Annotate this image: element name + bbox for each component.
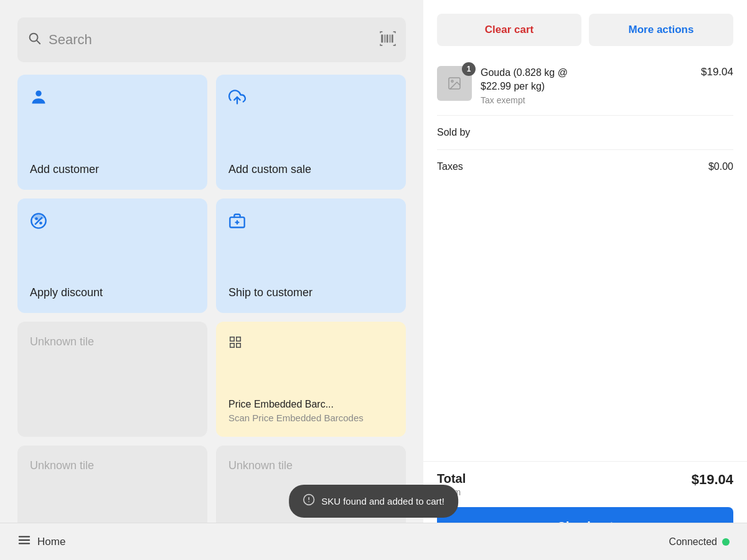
tile-unknown-3-label: Unknown tile <box>228 459 393 472</box>
bottom-bar: Home Connected <box>0 523 747 560</box>
search-icon <box>27 31 41 49</box>
svg-rect-18 <box>237 343 240 347</box>
svg-point-9 <box>35 217 38 220</box>
cart-header: Clear cart More actions <box>423 0 747 56</box>
grid-icon <box>228 335 393 352</box>
svg-rect-2 <box>381 34 383 42</box>
upload-icon <box>228 88 393 110</box>
hamburger-icon <box>17 533 31 550</box>
person-icon <box>30 88 195 110</box>
svg-rect-16 <box>237 337 240 341</box>
cart-item[interactable]: 1 Gouda (0.828 kg @ $22.99 per kg) Tax e… <box>437 56 733 116</box>
taxes-row: Taxes $0.00 <box>437 150 733 184</box>
tile-apply-discount-label: Apply discount <box>30 286 195 299</box>
item-meta: Tax exempt <box>481 95 693 105</box>
connection-status: Connected <box>669 536 730 548</box>
item-name: Gouda (0.828 kg @ $22.99 per kg) <box>481 66 693 94</box>
tile-unknown-1-label: Unknown tile <box>30 335 195 348</box>
more-actions-button[interactable]: More actions <box>589 14 733 46</box>
tile-price-embedded-title: Price Embedded Barc... <box>228 399 393 410</box>
svg-rect-5 <box>390 34 391 42</box>
toast-notification: SKU found and added to cart! <box>289 485 458 518</box>
connection-dot <box>722 538 730 546</box>
svg-rect-17 <box>230 343 234 347</box>
home-label: Home <box>37 536 65 548</box>
item-thumbnail-wrap: 1 <box>437 66 472 101</box>
ship-icon <box>228 212 393 233</box>
tile-unknown-2-label: Unknown tile <box>30 459 195 472</box>
barcode-scan-icon[interactable] <box>380 30 396 50</box>
total-label: Total <box>437 472 466 486</box>
item-info: Gouda (0.828 kg @ $22.99 per kg) Tax exe… <box>481 66 693 105</box>
tile-ship-to-customer[interactable]: Ship to customer <box>216 198 406 314</box>
svg-rect-6 <box>392 34 393 42</box>
tile-price-embedded-sublabel: Scan Price Embedded Barcodes <box>228 413 393 423</box>
item-price: $19.04 <box>701 66 733 78</box>
svg-point-10 <box>39 222 42 225</box>
total-row: Total 1 item $19.04 <box>437 472 733 497</box>
tile-add-custom-sale-label: Add custom sale <box>228 163 393 176</box>
total-value: $19.04 <box>692 472 733 488</box>
tile-price-embedded-barcode[interactable]: Price Embedded Barc... Scan Price Embedd… <box>216 322 406 437</box>
tile-apply-discount[interactable]: Apply discount <box>17 198 207 314</box>
discount-icon <box>30 212 195 233</box>
home-button[interactable]: Home <box>17 533 65 550</box>
tile-unknown-1[interactable]: Unknown tile <box>17 322 207 437</box>
right-panel: Clear cart More actions 1 <box>423 0 747 560</box>
taxes-value: $0.00 <box>708 161 733 172</box>
sold-by-label: Sold by <box>437 127 470 138</box>
tile-add-customer[interactable]: Add customer <box>17 75 207 190</box>
svg-point-20 <box>451 80 453 82</box>
tile-ship-to-customer-label: Ship to customer <box>228 286 393 299</box>
item-quantity-badge: 1 <box>462 62 476 76</box>
search-bar[interactable]: Search <box>17 17 406 62</box>
taxes-label: Taxes <box>437 161 463 172</box>
svg-rect-4 <box>387 34 388 42</box>
tile-add-customer-label: Add customer <box>30 163 195 176</box>
toast-message: SKU found and added to cart! <box>321 496 444 506</box>
svg-rect-15 <box>230 337 234 341</box>
toast-info-icon <box>303 493 315 509</box>
left-panel: Search <box>0 0 423 560</box>
cart-items: 1 Gouda (0.828 kg @ $22.99 per kg) Tax e… <box>423 56 747 461</box>
search-input-placeholder: Search <box>49 32 380 48</box>
clear-cart-button[interactable]: Clear cart <box>437 14 581 46</box>
tile-add-custom-sale[interactable]: Add custom sale <box>216 75 406 190</box>
svg-line-1 <box>37 40 40 44</box>
svg-point-7 <box>35 91 41 96</box>
sold-by-row[interactable]: Sold by <box>437 116 733 150</box>
connected-label: Connected <box>669 536 717 548</box>
svg-rect-3 <box>385 34 386 42</box>
tile-price-embedded-label-wrap: Price Embedded Barc... Scan Price Embedd… <box>228 399 393 423</box>
